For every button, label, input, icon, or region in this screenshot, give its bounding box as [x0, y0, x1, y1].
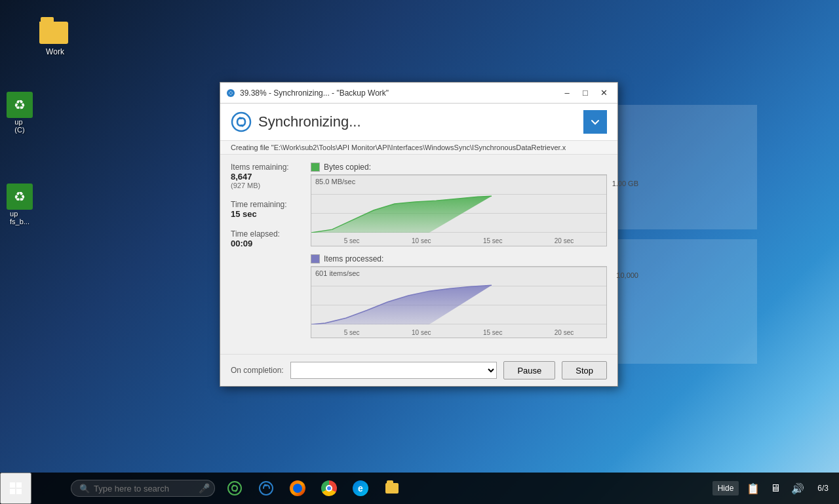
svg-point-1: [229, 92, 232, 94]
svg-point-9: [228, 482, 241, 495]
bytes-y-label: 1.00 GB: [610, 180, 638, 187]
taskbar-app-icons: e: [220, 474, 406, 503]
desktop: Work ♻ up(C) ♻ upfs_b... 39.38% - Synchr…: [0, 0, 839, 504]
items-remaining-sub: (927 MB): [231, 182, 298, 189]
search-icon: 🔍: [79, 484, 90, 494]
start-button[interactable]: [0, 473, 31, 504]
svg-point-10: [260, 482, 273, 495]
bytes-x-tick-3: 15 sec: [483, 237, 502, 244]
items-remaining-label: Items remaining:: [231, 163, 298, 172]
time-elapsed-group: Time elapsed: 00:09: [231, 229, 298, 248]
svg-point-2: [232, 113, 250, 131]
items-y-label: 10,000: [610, 271, 638, 279]
dialog-body: Items remaining: 8,647 (927 MB) Time rem…: [220, 155, 617, 354]
desktop-icon-work-label: Work: [46, 47, 64, 56]
items-x-tick-2: 10 sec: [412, 329, 431, 336]
time-elapsed-value: 00:09: [231, 239, 298, 248]
taskbar-refresh-app[interactable]: [252, 474, 281, 503]
items-x-tick-4: 20 sec: [555, 329, 574, 336]
desktop-icon-recycle-b[interactable]: ♻ upfs_b...: [0, 184, 39, 225]
items-chart-section: Items processed:: [311, 254, 607, 338]
time-remaining-group: Time remaining: 15 sec: [231, 200, 298, 219]
taskbar-refresh-icon: [258, 480, 274, 496]
items-chart: 601 items/sec: [311, 266, 607, 338]
stats-panel: Items remaining: 8,647 (927 MB) Time rem…: [231, 163, 303, 346]
time-remaining-value: 15 sec: [231, 209, 298, 219]
microphone-icon[interactable]: 🎤: [199, 483, 210, 494]
taskbar-edge-app[interactable]: e: [346, 474, 375, 503]
items-x-tick-1: 5 sec: [344, 329, 360, 336]
items-x-tick-3: 15 sec: [483, 329, 502, 336]
desktop-icon-recycle-c-label: up(C): [14, 118, 24, 134]
edge-icon: e: [353, 480, 368, 496]
title-controls: – □ ✕: [558, 87, 612, 100]
folder-icon: [39, 13, 71, 45]
taskbar-search-bar[interactable]: 🔍 🎤: [71, 480, 215, 497]
completion-select[interactable]: [290, 362, 498, 379]
status-path: Creating file "E:\Work\sub2\Tools\API Mo…: [220, 141, 617, 155]
desktop-icon-recycle-c[interactable]: ♻ up(C): [0, 92, 39, 134]
title-bar-icon: [225, 88, 236, 98]
bytes-color-box: [311, 163, 320, 172]
pause-button[interactable]: Pause: [503, 361, 555, 379]
windows-start-icon: [9, 482, 22, 495]
tray-icon-2[interactable]: 🖥: [768, 480, 783, 497]
taskbar-tray: Hide 📋 🖥 🔊 6/3: [712, 480, 839, 497]
recycle-icon: ♻: [7, 92, 33, 118]
svg-rect-8: [16, 489, 22, 494]
svg-rect-7: [10, 489, 15, 494]
time-remaining-label: Time remaining:: [231, 200, 298, 209]
title-bar-text: 39.38% - Synchronizing... - "Backup Work…: [240, 88, 555, 98]
tray-time[interactable]: 6/3: [812, 481, 834, 495]
bytes-x-axis: 5 sec 10 sec 15 sec 20 sec: [311, 236, 606, 246]
explorer-icon: [384, 480, 400, 496]
volume-icon[interactable]: 🔊: [789, 480, 807, 497]
firefox-icon: [290, 480, 305, 496]
sync-dialog: 39.38% - Synchronizing... - "Backup Work…: [220, 82, 618, 387]
svg-rect-5: [10, 482, 15, 488]
taskbar: 🔍 🎤: [0, 473, 839, 504]
dialog-header-title: Synchronizing...: [258, 113, 361, 130]
desktop-icon-recycle-b-label: upfs_b...: [10, 210, 29, 225]
taskbar-sync-icon: [227, 480, 243, 496]
dialog-header: Synchronizing...: [220, 104, 617, 141]
items-remaining-group: Items remaining: 8,647 (927 MB): [231, 163, 298, 189]
title-bar: 39.38% - Synchronizing... - "Backup Work…: [220, 83, 617, 104]
search-input[interactable]: [94, 484, 199, 494]
chrome-icon: [321, 480, 337, 496]
items-remaining-value: 8,647: [231, 172, 298, 182]
items-x-axis: 5 sec 10 sec 15 sec 20 sec: [311, 328, 606, 338]
svg-marker-3: [311, 196, 492, 233]
bytes-x-tick-2: 10 sec: [412, 237, 431, 244]
svg-marker-4: [311, 285, 492, 324]
charts-area: Bytes copied:: [311, 163, 607, 346]
desktop-icon-work[interactable]: Work: [29, 13, 81, 56]
items-chart-label: Items processed:: [324, 254, 383, 263]
recycle-icon-2: ♻: [7, 184, 33, 210]
sync-icon-large: [231, 111, 252, 132]
maximize-button[interactable]: □: [577, 87, 594, 100]
expand-button[interactable]: [583, 110, 607, 134]
bytes-chart-section: Bytes copied:: [311, 163, 607, 246]
bytes-x-tick-1: 5 sec: [344, 237, 360, 244]
svg-rect-6: [16, 482, 22, 488]
bytes-chart: 85.0 MB/sec: [311, 174, 607, 246]
time-elapsed-label: Time elapsed:: [231, 229, 298, 239]
completion-label: On completion:: [231, 366, 284, 375]
dialog-footer: On completion: Pause Stop: [220, 354, 617, 386]
taskbar-explorer-app[interactable]: [378, 474, 406, 503]
close-button[interactable]: ✕: [595, 87, 612, 100]
taskbar-firefox-app[interactable]: [283, 474, 312, 503]
taskbar-chrome-app[interactable]: [315, 474, 343, 503]
stop-button[interactable]: Stop: [562, 361, 607, 379]
tray-icon-1[interactable]: 📋: [744, 480, 762, 497]
bytes-x-tick-4: 20 sec: [555, 237, 574, 244]
hide-button[interactable]: Hide: [712, 481, 739, 495]
bytes-chart-label: Bytes copied:: [324, 163, 371, 172]
taskbar-sync-app[interactable]: [220, 474, 249, 503]
minimize-button[interactable]: –: [558, 87, 576, 100]
items-color-box: [311, 254, 320, 263]
